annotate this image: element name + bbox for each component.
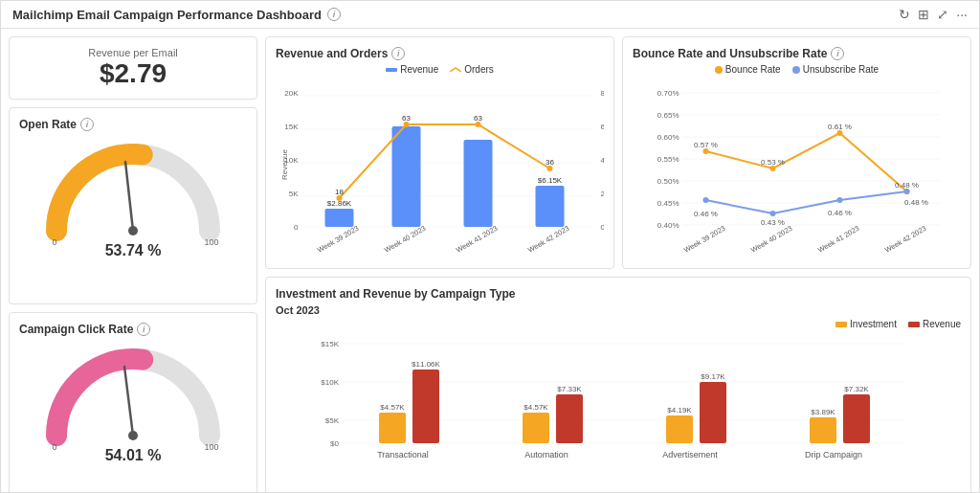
svg-rect-98: [666, 415, 693, 443]
investment-legend-item: Investment: [835, 319, 897, 329]
revenue-orders-card: Revenue and Orders i Revenue Orders 20K …: [265, 36, 614, 269]
svg-rect-95: [556, 394, 583, 443]
more-icon[interactable]: ···: [956, 7, 968, 22]
expand-icon[interactable]: ⤢: [937, 7, 948, 22]
investment-subtitle: Oct 2023: [276, 304, 961, 316]
svg-point-68: [837, 197, 843, 203]
investment-revenue-title: Investment and Revenue by Campaign Type: [276, 287, 961, 301]
svg-line-4: [124, 367, 133, 436]
header-left: Mailchimp Email Campaign Performance Das…: [12, 8, 341, 22]
grid-icon[interactable]: ⊞: [918, 7, 929, 22]
svg-text:$10K: $10K: [321, 378, 339, 387]
svg-text:Drip Campaign: Drip Campaign: [805, 450, 862, 459]
dashboard-title: Mailchimp Email Campaign Performance Das…: [12, 8, 322, 22]
revenue-card: Revenue per Email $2.79: [9, 36, 257, 100]
click-rate-value: 54.01 %: [105, 447, 162, 464]
svg-text:80: 80: [601, 89, 605, 98]
revenue-orders-info-icon[interactable]: i: [391, 47, 405, 60]
svg-text:20K: 20K: [284, 89, 299, 98]
svg-rect-88: [379, 413, 406, 443]
click-rate-title: Campaign Click Rate i: [19, 323, 247, 336]
revenue-orders-legend: Revenue Orders: [276, 64, 604, 75]
svg-text:63: 63: [474, 114, 482, 123]
svg-text:$5K: $5K: [325, 416, 340, 425]
svg-text:$9.17K: $9.17K: [701, 372, 725, 381]
bounce-legend: Bounce Rate Unsubscribe Rate: [633, 64, 961, 75]
svg-text:Automation: Automation: [524, 450, 568, 459]
svg-text:15K: 15K: [284, 123, 299, 131]
svg-text:0.53 %: 0.53 %: [761, 158, 785, 167]
svg-rect-78: [835, 322, 847, 327]
svg-text:$7.33K: $7.33K: [557, 385, 582, 393]
svg-text:0.40%: 0.40%: [657, 221, 679, 230]
open-rate-card: Open Rate i 0 100: [9, 107, 257, 304]
svg-point-67: [770, 211, 776, 216]
svg-rect-30: [536, 186, 565, 227]
svg-text:20: 20: [601, 190, 605, 198]
bounce-legend-item: Bounce Rate: [715, 64, 781, 75]
svg-text:Advertisement: Advertisement: [662, 450, 718, 459]
svg-rect-93: [523, 413, 549, 443]
open-rate-gauge: 0 100 53.74 %: [19, 135, 247, 259]
svg-text:Week 40 2023: Week 40 2023: [383, 224, 427, 255]
revenue-legend-item2: Revenue: [908, 319, 961, 329]
click-rate-info-icon[interactable]: i: [137, 323, 150, 336]
svg-text:$3.89K: $3.89K: [811, 408, 835, 416]
svg-text:0.55%: 0.55%: [657, 155, 679, 164]
svg-rect-90: [412, 370, 439, 443]
svg-point-66: [703, 197, 709, 203]
svg-text:0.48 %: 0.48 %: [904, 198, 928, 207]
svg-text:100: 100: [204, 237, 218, 247]
svg-text:0.46 %: 0.46 %: [828, 209, 852, 217]
open-rate-title: Open Rate i: [19, 118, 247, 131]
svg-rect-79: [908, 322, 920, 327]
svg-text:0.43 %: 0.43 %: [761, 218, 785, 227]
svg-text:0: 0: [294, 223, 299, 232]
svg-text:Week 41 2023: Week 41 2023: [455, 224, 499, 255]
svg-text:Week 41 2023: Week 41 2023: [816, 224, 860, 255]
svg-text:18: 18: [335, 188, 344, 196]
unsubscribe-legend-item: Unsubscribe Rate: [792, 64, 879, 75]
dashboard: Mailchimp Email Campaign Performance Das…: [0, 0, 980, 493]
svg-rect-103: [810, 417, 836, 443]
svg-text:0.61 %: 0.61 %: [828, 123, 852, 131]
svg-point-69: [904, 189, 910, 194]
content: Revenue per Email $2.79 Open Rate i: [1, 29, 979, 493]
svg-text:0.46 %: 0.46 %: [694, 210, 718, 218]
bounce-info-icon[interactable]: i: [831, 47, 844, 60]
svg-text:0.57 %: 0.57 %: [694, 141, 718, 149]
bounce-unsubscribe-card: Bounce Rate and Unsubscribe Rate i Bounc…: [622, 36, 971, 269]
orders-legend-item: Orders: [450, 64, 494, 75]
svg-point-1: [128, 226, 138, 235]
svg-rect-29: [464, 140, 493, 227]
open-rate-info-icon[interactable]: i: [80, 118, 94, 131]
svg-text:100: 100: [204, 442, 218, 452]
svg-text:Week 42 2023: Week 42 2023: [883, 224, 927, 255]
header: Mailchimp Email Campaign Performance Das…: [1, 1, 979, 29]
svg-text:60: 60: [601, 123, 605, 131]
svg-text:0.60%: 0.60%: [657, 133, 679, 142]
svg-text:Week 40 2023: Week 40 2023: [749, 224, 793, 255]
svg-text:$4.57K: $4.57K: [380, 403, 405, 412]
svg-text:Week 42 2023: Week 42 2023: [526, 224, 570, 255]
svg-point-5: [128, 431, 138, 440]
svg-line-0: [125, 162, 133, 231]
left-column: Revenue per Email $2.79 Open Rate i: [9, 36, 257, 493]
svg-rect-8: [386, 68, 397, 72]
header-info-icon[interactable]: i: [327, 8, 341, 21]
revenue-orders-title: Revenue and Orders i: [276, 47, 604, 60]
svg-text:40: 40: [601, 156, 605, 165]
bounce-unsubscribe-title: Bounce Rate and Unsubscribe Rate i: [633, 47, 961, 60]
svg-text:$4.57K: $4.57K: [523, 403, 548, 412]
svg-rect-28: [392, 126, 421, 227]
revenue-label: Revenue per Email: [88, 47, 178, 58]
svg-text:5K: 5K: [289, 190, 299, 198]
svg-text:0.48 %: 0.48 %: [895, 181, 919, 190]
click-rate-gauge: 0 100 54.01 %: [19, 340, 247, 464]
svg-text:0.70%: 0.70%: [657, 89, 679, 98]
svg-text:0.45%: 0.45%: [657, 199, 679, 208]
svg-text:$6.15K: $6.15K: [538, 176, 563, 185]
refresh-icon[interactable]: ↻: [899, 7, 910, 22]
svg-text:0: 0: [601, 223, 605, 232]
svg-text:0.50%: 0.50%: [657, 177, 679, 186]
